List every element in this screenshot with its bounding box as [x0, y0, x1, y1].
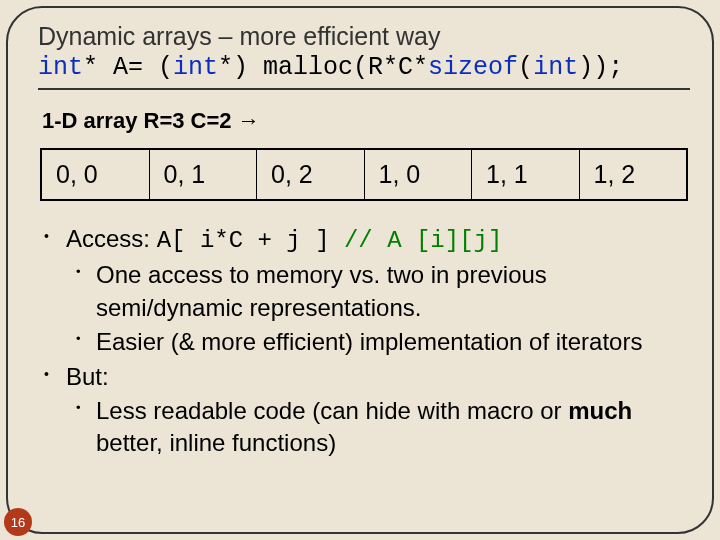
- malloc-code-line: int* A= (int*) malloc(R*C*sizeof(int));: [38, 53, 690, 90]
- kw-int-3: int: [533, 53, 578, 82]
- array-cell: 0, 0: [42, 150, 150, 199]
- array-cell: 1, 2: [580, 150, 687, 199]
- but-label: But:: [66, 363, 109, 390]
- access-code: A[ i*C + j ]: [157, 227, 330, 254]
- kw-int-2: int: [173, 53, 218, 82]
- code-seg-4: *) malloc(R*C*: [218, 53, 428, 82]
- code-seg-8: ));: [578, 53, 623, 82]
- slide-title: Dynamic arrays – more efficient way: [38, 22, 690, 51]
- bullet-but: But: Less readable code (can hide with m…: [38, 361, 690, 460]
- kw-int-1: int: [38, 53, 83, 82]
- code-seg-2: * A= (: [83, 53, 173, 82]
- array-cell: 0, 1: [150, 150, 258, 199]
- but-sub-pre: Less readable code (can hide with macro …: [96, 397, 568, 424]
- content-block: Access: A[ i*C + j ] // A [i][j] One acc…: [38, 223, 690, 460]
- array-cell: 1, 0: [365, 150, 473, 199]
- array-cell: 0, 2: [257, 150, 365, 199]
- but-sub-bold: much: [568, 397, 632, 424]
- slide-frame: Dynamic arrays – more efficient way int*…: [6, 6, 714, 534]
- but-sub-post: better, inline functions): [96, 429, 336, 456]
- bullet-access-sub1: One access to memory vs. two in previous…: [66, 259, 690, 324]
- bullet-access-sub2: Easier (& more efficient) implementation…: [66, 326, 690, 358]
- subtitle: 1-D array R=3 C=2 →: [42, 108, 690, 134]
- array-visual: 0, 0 0, 1 0, 2 1, 0 1, 1 1, 2: [40, 148, 688, 201]
- array-cell: 1, 1: [472, 150, 580, 199]
- code-seg-6: (: [518, 53, 533, 82]
- access-label: Access:: [66, 225, 157, 252]
- page-number-badge: 16: [4, 508, 32, 536]
- bullet-but-sub: Less readable code (can hide with macro …: [66, 395, 690, 460]
- access-comment: // A [i][j]: [330, 227, 503, 254]
- kw-sizeof: sizeof: [428, 53, 518, 82]
- bullet-access: Access: A[ i*C + j ] // A [i][j] One acc…: [38, 223, 690, 359]
